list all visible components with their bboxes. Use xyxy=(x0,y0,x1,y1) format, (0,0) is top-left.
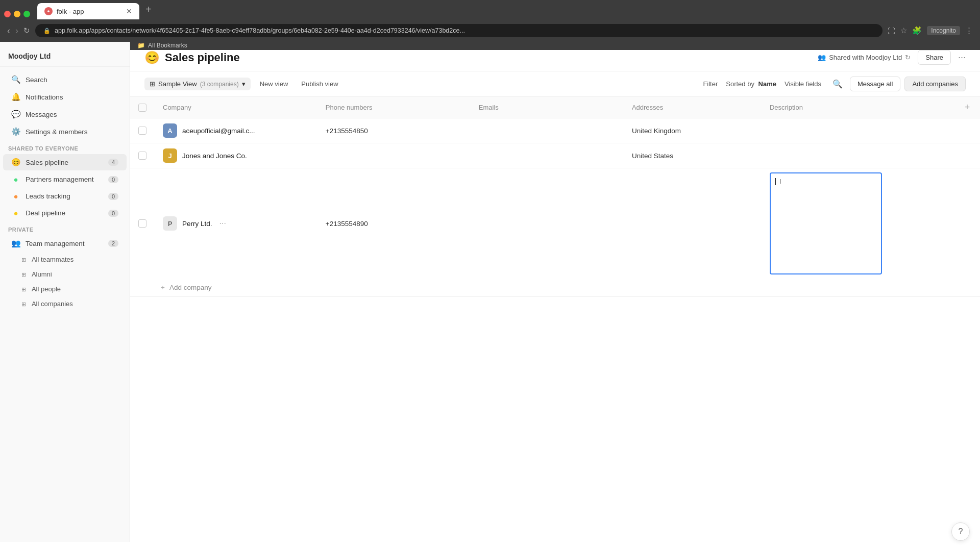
sub-item-all-teammates[interactable]: ⊞ All teammates xyxy=(3,253,127,266)
sales-pipeline-emoji: 😊 xyxy=(11,158,20,167)
lock-icon: 🔒 xyxy=(43,28,51,34)
help-button[interactable]: ? xyxy=(951,522,970,541)
row2-company-name: Jones and Jones Co. xyxy=(182,152,247,160)
sub-item-all-people[interactable]: ⊞ All people xyxy=(3,282,127,296)
new-view-button[interactable]: New view xyxy=(256,78,292,90)
sidebar-item-partners-management[interactable]: ● Partners management 0 xyxy=(3,171,127,187)
more-options-button[interactable]: ··· xyxy=(958,52,966,63)
forward-button[interactable]: › xyxy=(15,26,18,36)
grid-icon-people: ⊞ xyxy=(21,286,26,292)
row1-company[interactable]: A aceupofficial@gmail.c... xyxy=(155,118,317,143)
all-people-label: All people xyxy=(32,285,61,293)
view-count: (3 companies) xyxy=(200,81,239,88)
browser-tabs: ● folk - app ✕ + xyxy=(0,0,980,19)
maximize-control[interactable] xyxy=(23,11,30,17)
active-tab[interactable]: ● folk - app ✕ xyxy=(37,3,139,19)
row3-address[interactable] xyxy=(624,168,762,279)
sidebar-item-sales-pipeline[interactable]: 😊 Sales pipeline 4 xyxy=(3,154,127,170)
row2-check[interactable] xyxy=(130,143,155,168)
sidebar-item-deal-pipeline[interactable]: ● Deal pipeline 0 xyxy=(3,205,127,221)
row1-extra xyxy=(954,118,980,143)
col-add[interactable]: + xyxy=(954,97,980,118)
row3-phone[interactable]: +2135554890 xyxy=(317,168,471,279)
share-group-icon: 👥 xyxy=(818,54,826,61)
sidebar-deal-label: Deal pipeline xyxy=(26,209,65,217)
sidebar-item-leads-tracking[interactable]: ● Leads tracking 0 xyxy=(3,188,127,204)
page-title-text: Sales pipeline xyxy=(165,51,240,64)
row3-actions[interactable]: ··· xyxy=(217,217,228,230)
sidebar-item-notifications[interactable]: 🔔 Notifications xyxy=(3,89,127,105)
partners-emoji: ● xyxy=(11,175,20,184)
reload-button[interactable]: ↻ xyxy=(23,26,30,35)
row2-address[interactable]: United States xyxy=(624,143,762,168)
shared-with-label: Shared with Moodjoy Ltd xyxy=(829,54,902,61)
sidebar-item-settings[interactable]: ⚙️ Settings & members xyxy=(3,123,127,140)
address-bar[interactable]: 🔒 app.folk.app/apps/contacts/network/4f6… xyxy=(35,24,883,37)
sub-item-alumni[interactable]: ⊞ Alumni xyxy=(3,267,127,281)
row2-avatar: J xyxy=(163,148,177,163)
address-text: app.folk.app/apps/contacts/network/4f652… xyxy=(55,27,465,34)
add-company-label: Add company xyxy=(169,284,212,291)
shared-with-display: 👥 Shared with Moodjoy Ltd ↻ xyxy=(818,54,911,61)
share-button[interactable]: Share xyxy=(918,50,951,65)
add-companies-button[interactable]: Add companies xyxy=(904,77,966,91)
publish-view-button[interactable]: Publish view xyxy=(297,78,342,90)
view-selector[interactable]: ⊞ Sample View (3 companies) ▾ xyxy=(144,78,251,90)
row3-email[interactable] xyxy=(471,168,624,279)
sidebar-item-messages[interactable]: 💬 Messages xyxy=(3,106,127,122)
table-row: P Perry Ltd. ··· +2135554890 xyxy=(130,168,980,279)
all-teammates-label: All teammates xyxy=(32,256,74,263)
row1-company-name: aceupofficial@gmail.c... xyxy=(182,127,255,135)
description-editor[interactable]: I xyxy=(770,172,882,274)
col-phone: Phone numbers xyxy=(317,97,471,118)
row2-email[interactable] xyxy=(471,143,624,168)
sidebar-notifications-label: Notifications xyxy=(26,93,63,101)
message-all-button[interactable]: Message all xyxy=(850,77,900,91)
new-tab-button[interactable]: + xyxy=(141,4,156,15)
sub-item-all-companies[interactable]: ⊞ All companies xyxy=(3,297,127,311)
bookmark-icon[interactable]: ☆ xyxy=(900,26,907,35)
sidebar-item-search[interactable]: 🔍 Search xyxy=(3,71,127,88)
visible-fields-button[interactable]: Visible fields xyxy=(780,78,825,90)
sidebar-messages-label: Messages xyxy=(26,111,57,118)
cast-icon[interactable]: ⛶ xyxy=(888,27,895,35)
table-row: A aceupofficial@gmail.c... +2135554850 U… xyxy=(130,118,980,143)
row1-address[interactable]: United Kingdom xyxy=(624,118,762,143)
leads-badge: 0 xyxy=(108,193,118,200)
deal-emoji: ● xyxy=(11,209,20,217)
table-row: J Jones and Jones Co. United States xyxy=(130,143,980,168)
menu-icon[interactable]: ⋮ xyxy=(965,26,973,35)
row2-extra xyxy=(954,143,980,168)
close-control[interactable] xyxy=(4,11,11,17)
add-company-row[interactable]: + Add company xyxy=(130,279,980,297)
row1-check[interactable] xyxy=(130,118,155,143)
search-table-button[interactable]: 🔍 xyxy=(829,77,846,91)
row2-description[interactable] xyxy=(762,143,954,168)
minimize-control[interactable] xyxy=(14,11,20,17)
cursor-indicator xyxy=(775,178,776,185)
back-button[interactable]: ‹ xyxy=(7,26,10,36)
row3-check[interactable] xyxy=(130,168,155,279)
sidebar-settings-label: Settings & members xyxy=(26,128,88,136)
row1-email[interactable] xyxy=(471,118,624,143)
browser-extra-actions: ⛶ ☆ 🧩 Incognito ⋮ xyxy=(888,26,973,35)
row3-description-editing[interactable]: I xyxy=(762,168,954,279)
companies-table: Company Phone numbers Emails Addresses D xyxy=(130,97,980,279)
all-bookmarks-label[interactable]: All Bookmarks xyxy=(148,42,187,49)
row2-company[interactable]: J Jones and Jones Co. xyxy=(155,143,317,168)
row2-phone[interactable] xyxy=(317,143,471,168)
sidebar-item-team-management[interactable]: 👥 Team management 2 xyxy=(3,235,127,252)
row1-description[interactable] xyxy=(762,118,954,143)
extension-icon[interactable]: 🧩 xyxy=(912,26,922,35)
sort-display: Sorted by Name xyxy=(726,80,776,88)
filter-button[interactable]: Filter xyxy=(699,78,722,90)
shared-refresh-icon[interactable]: ↻ xyxy=(905,54,911,61)
window-controls xyxy=(4,11,30,19)
row3-company[interactable]: P Perry Ltd. ··· xyxy=(155,168,317,279)
sidebar-partners-label: Partners management xyxy=(26,176,94,183)
col-company: Company xyxy=(155,97,317,118)
question-mark-icon: ? xyxy=(959,527,963,536)
tab-close-icon[interactable]: ✕ xyxy=(126,7,132,15)
row1-phone[interactable]: +2135554850 xyxy=(317,118,471,143)
sidebar-leads-label: Leads tracking xyxy=(26,192,70,200)
